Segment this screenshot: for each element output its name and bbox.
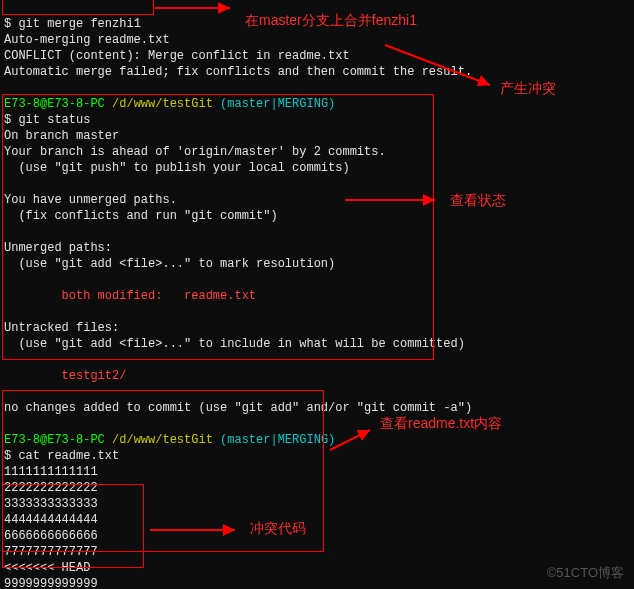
line-onbranch: On branch master <box>4 129 119 143</box>
file-line: 3333333333333 <box>4 497 98 511</box>
file-line: 1111111111111 <box>4 465 98 479</box>
line-conflict: CONFLICT (content): Merge conflict in re… <box>4 49 350 63</box>
conflict-head: <<<<<<< HEAD <box>4 561 90 575</box>
ps1-branch: (master|MERGING) <box>220 97 335 111</box>
line-unmerged: You have unmerged paths. <box>4 193 177 207</box>
file-line: 9999999999999 <box>4 577 98 589</box>
cmd-merge: git merge fenzhi1 <box>18 17 140 31</box>
line-ahead: Your branch is ahead of 'origin/master' … <box>4 145 386 159</box>
cmd-cat: cat readme.txt <box>18 449 119 463</box>
prompt-symbol: $ <box>4 449 18 463</box>
file-line: 7777777777777 <box>4 545 98 559</box>
ps1-branch: (master|MERGING) <box>220 433 335 447</box>
line-add-include-hint: (use "git add <file>..." to include in w… <box>4 337 465 351</box>
ps1-path: /d/www/testGit <box>112 433 220 447</box>
ps1-path: /d/www/testGit <box>112 97 220 111</box>
line-push-hint: (use "git push" to publish your local co… <box>4 161 350 175</box>
ps1-user: E73-8@E73-8-PC <box>4 97 112 111</box>
line-both-modified: both modified: readme.txt <box>4 289 256 303</box>
line-fix-hint: (fix conflicts and run "git commit") <box>4 209 278 223</box>
line-add-hint: (use "git add <file>..." to mark resolut… <box>4 257 335 271</box>
cmd-status: git status <box>18 113 90 127</box>
line-mergefail: Automatic merge failed; fix conflicts an… <box>4 65 472 79</box>
line-unmerged-paths: Unmerged paths: <box>4 241 112 255</box>
line-untracked: Untracked files: <box>4 321 119 335</box>
file-line: 6666666666666 <box>4 529 98 543</box>
line-automerge: Auto-merging readme.txt <box>4 33 170 47</box>
prompt-symbol: $ <box>4 113 18 127</box>
terminal-output: $ git merge fenzhi1 Auto-merging readme.… <box>0 0 634 589</box>
prompt-symbol: $ <box>4 17 18 31</box>
watermark-text: ©51CTO博客 <box>547 565 624 581</box>
line-nochanges: no changes added to commit (use "git add… <box>4 401 472 415</box>
file-line: 2222222222222 <box>4 481 98 495</box>
line-testgit2: testgit2/ <box>4 369 126 383</box>
ps1-user: E73-8@E73-8-PC <box>4 433 112 447</box>
file-line: 4444444444444 <box>4 513 98 527</box>
